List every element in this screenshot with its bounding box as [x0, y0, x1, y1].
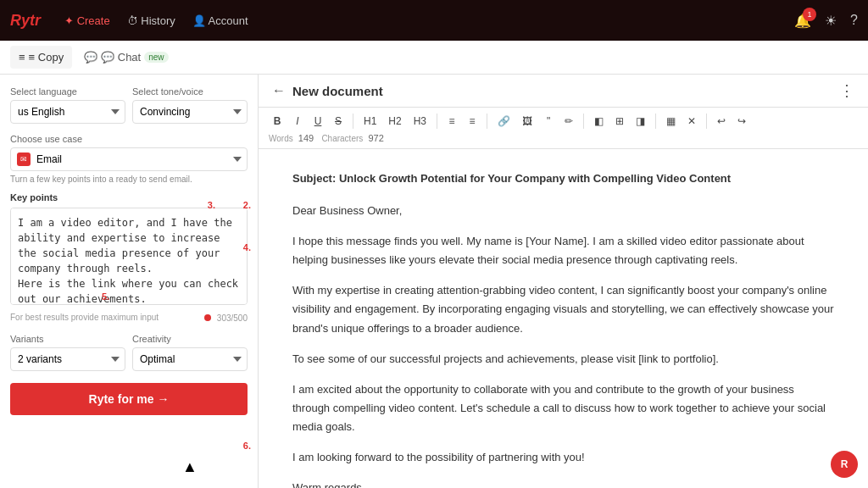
language-select[interactable]: us English	[10, 100, 125, 124]
help-button[interactable]: ?	[850, 13, 858, 28]
best-results-hint: For best results provide maximum input	[10, 313, 159, 322]
creativity-group: Creativity Optimal	[132, 334, 248, 371]
bottom-badge[interactable]: R	[831, 451, 858, 478]
nav-account[interactable]: 👤 Account	[192, 14, 248, 27]
nav-history[interactable]: ⏱ History	[127, 14, 175, 27]
editor-content[interactable]: Subject: Unlock Growth Potential for You…	[259, 149, 868, 488]
use-case-hint: Turn a few key points into a ready to se…	[10, 175, 248, 184]
ordered-list-button[interactable]: ≡	[464, 113, 481, 130]
italic-button[interactable]: I	[289, 113, 306, 130]
use-case-select[interactable]: Email	[10, 147, 248, 171]
bold-button[interactable]: B	[269, 113, 286, 130]
email-greeting: Dear Business Owner,	[292, 202, 834, 220]
chars-count: 972	[368, 133, 383, 143]
creativity-label: Creativity	[132, 334, 248, 344]
copy-label: ≡ Copy	[29, 51, 64, 64]
variants-label: Variants	[10, 334, 125, 344]
h1-button[interactable]: H1	[359, 113, 381, 130]
copy-tab[interactable]: ≡ ≡ Copy	[10, 46, 72, 69]
table-button[interactable]: ▦	[662, 113, 680, 130]
editor-toolbar: B I U S H1 H2 H3 ≡ ≡ 🔗 🖼 " ✏ ◧ ⊞ ◨ ▦ ✕ ↩…	[259, 108, 868, 149]
toolbar-sep1	[353, 114, 353, 129]
word-count-area: Words 149 Characters 972	[269, 133, 384, 143]
email-signoff: Warm regards,	[292, 479, 834, 488]
use-case-icon: ✉	[17, 152, 31, 166]
step6-annotation: 6.	[243, 441, 251, 451]
step2-annotation: 2.	[243, 200, 251, 210]
toolbar-sep2	[437, 114, 437, 129]
tone-select[interactable]: Convincing	[132, 100, 248, 124]
copy-icon: ≡	[19, 51, 25, 64]
doc-header: ← New document ⋮	[259, 75, 868, 108]
main-layout: Select language us English Select tone/v…	[0, 75, 868, 488]
sun-icon: ☀	[825, 14, 837, 28]
unordered-list-button[interactable]: ≡	[443, 113, 460, 130]
redo-button[interactable]: ↪	[733, 113, 750, 130]
creativity-select[interactable]: Optimal	[132, 347, 248, 371]
step4-annotation: 4.	[243, 242, 251, 252]
toolbar-sep6	[706, 114, 707, 129]
link-button[interactable]: 🔗	[493, 113, 515, 130]
step5-annotation: 5.	[102, 291, 109, 302]
undo-button[interactable]: ↩	[713, 113, 730, 130]
language-group: Select language us English	[10, 86, 125, 124]
doc-menu-button[interactable]: ⋮	[839, 81, 854, 100]
align-right-button[interactable]: ◨	[632, 113, 649, 130]
sub-nav: ≡ ≡ Copy 💬 💬 Chat new	[0, 41, 868, 75]
variants-group: Variants 2 variants	[10, 334, 125, 371]
use-case-wrapper: ✉ Email	[10, 147, 248, 171]
toolbar-sep5	[655, 114, 656, 129]
use-case-label: Choose use case	[10, 134, 248, 144]
email-body: Dear Business Owner, I hope this message…	[292, 202, 834, 488]
key-points-textarea[interactable]: I am a video editor, and I have the abil…	[10, 208, 248, 305]
cursor-icon: ▲	[182, 458, 198, 476]
tone-group: Select tone/voice Convincing	[132, 86, 248, 124]
nav-icons: 🔔 1 ☀ ?	[794, 13, 858, 29]
badge-letter: R	[841, 458, 849, 470]
char-count: 303/500	[204, 311, 248, 324]
words-label: Words	[269, 134, 293, 143]
char-count-row: For best results provide maximum input 3…	[10, 311, 248, 324]
back-button[interactable]: ←	[272, 83, 286, 98]
language-label: Select language	[10, 86, 125, 97]
tone-label: Select tone/voice	[132, 86, 248, 97]
new-badge: new	[144, 52, 168, 63]
chat-tab[interactable]: 💬 💬 Chat new	[75, 46, 176, 69]
question-icon: ?	[850, 13, 858, 27]
ryte-for-me-button[interactable]: Ryte for me →	[10, 383, 248, 415]
right-panel: ← New document ⋮ B I U S H1 H2 H3 ≡ ≡ 🔗 …	[259, 75, 868, 488]
use-case-group: Choose use case ✉ Email Turn a few key p…	[10, 134, 248, 184]
email-subject: Subject: Unlock Growth Potential for You…	[292, 169, 834, 188]
align-center-button[interactable]: ⊞	[611, 113, 628, 130]
email-para3: To see some of our successful projects a…	[292, 350, 834, 369]
image-button[interactable]: 🖼	[518, 113, 537, 130]
h3-button[interactable]: H3	[409, 113, 431, 130]
variants-select[interactable]: 2 variants	[10, 347, 125, 371]
toolbar-sep3	[487, 114, 487, 129]
h2-button[interactable]: H2	[384, 113, 405, 130]
language-tone-row: Select language us English Select tone/v…	[10, 86, 248, 124]
theme-toggle[interactable]: ☀	[825, 13, 837, 29]
char-count-dot	[204, 314, 211, 321]
strikethrough-button[interactable]: S	[330, 113, 347, 130]
email-para2: With my expertise in creating attention-…	[292, 281, 834, 337]
notification-button[interactable]: 🔔 1	[794, 13, 811, 29]
top-nav: Rytr ✦ Create ⏱ History 👤 Account 🔔 1 ☀ …	[0, 0, 868, 41]
left-panel: Select language us English Select tone/v…	[0, 75, 259, 488]
underline-button[interactable]: U	[309, 113, 326, 130]
nav-create[interactable]: ✦ Create	[64, 14, 110, 27]
variants-row: Variants 2 variants Creativity Optimal	[10, 334, 248, 371]
align-left-button[interactable]: ◧	[590, 113, 608, 130]
char-count-text: 303/500	[217, 313, 248, 323]
chat-label: 💬 Chat	[101, 51, 141, 64]
email-para1: I hope this message finds you well. My n…	[292, 232, 834, 269]
highlight-button[interactable]: ✏	[560, 113, 577, 130]
doc-title: New document	[292, 84, 383, 98]
clear-button[interactable]: ✕	[683, 113, 700, 130]
quote-button[interactable]: "	[540, 113, 557, 130]
step3-annotation: 3.	[208, 200, 215, 210]
chars-label: Characters	[321, 134, 363, 143]
email-para5: I am looking forward to the possibility …	[292, 448, 834, 467]
app-logo: Rytr	[10, 12, 41, 30]
email-para4: I am excited about the opportunity to co…	[292, 380, 834, 436]
